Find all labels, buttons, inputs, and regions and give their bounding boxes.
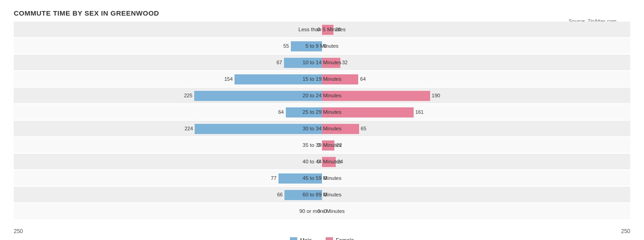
val-female: 0 (324, 175, 327, 181)
bar-male (291, 41, 322, 51)
legend-male-box (290, 237, 297, 240)
val-female: 20 (335, 27, 341, 32)
val-male: 77 (271, 175, 276, 181)
val-female: 190 (432, 93, 440, 98)
axis-left: 250 (14, 228, 23, 234)
val-male: 55 (284, 43, 289, 49)
row-label: 90 or more Minutes (299, 208, 344, 214)
val-female: 64 (360, 76, 366, 82)
chart-row: Less than 5 Minutes020 (14, 22, 630, 38)
bar-female (322, 140, 334, 151)
val-male: 225 (184, 93, 192, 98)
chart-row: 60 to 89 Minutes660 (14, 187, 630, 203)
val-male: 0 (317, 27, 320, 32)
bar-female (322, 91, 430, 101)
chart-row: 10 to 14 Minutes6732 (14, 55, 630, 71)
bar-male (284, 58, 322, 68)
chart-row: 40 to 44 Minutes024 (14, 154, 630, 170)
bar-male (194, 91, 322, 101)
chart-row: 15 to 19 Minutes15464 (14, 71, 630, 88)
legend: Male Female (14, 237, 630, 240)
val-male: 0 (317, 159, 320, 164)
val-male: 224 (185, 126, 193, 131)
val-male: 0 (317, 142, 320, 148)
val-female: 24 (338, 159, 343, 164)
chart-title: COMMUTE TIME BY SEX IN GREENWOOD (14, 9, 630, 17)
axis-row: 250 250 (14, 222, 630, 234)
chart-row: 35 to 39 Minutes022 (14, 137, 630, 154)
val-male: 0 (317, 208, 320, 214)
chart-row: 90 or more Minutes00 (14, 203, 630, 220)
legend-female: Female (326, 237, 354, 240)
val-female: 32 (342, 60, 348, 65)
val-female: 65 (361, 126, 366, 131)
val-male: 67 (277, 60, 282, 65)
chart-area: Less than 5 Minutes0205 to 9 Minutes5501… (14, 22, 630, 240)
axis-right: 250 (621, 228, 630, 234)
val-male: 66 (277, 192, 283, 197)
chart-row: 45 to 59 Minutes770 (14, 170, 630, 187)
chart-row: 5 to 9 Minutes550 (14, 38, 630, 55)
bar-male (284, 190, 322, 200)
bar-male (235, 74, 322, 84)
bar-male (278, 173, 322, 184)
chart-row: 20 to 24 Minutes225190 (14, 88, 630, 104)
bar-female (322, 74, 358, 84)
legend-male: Male (290, 237, 312, 240)
bar-female (322, 107, 414, 117)
val-female: 0 (324, 208, 327, 214)
bar-female (322, 157, 336, 167)
bar-female (322, 124, 359, 134)
bar-male (195, 124, 322, 134)
chart-row: 30 to 34 Minutes22465 (14, 121, 630, 137)
legend-male-label: Male (300, 237, 312, 240)
val-female: 0 (324, 43, 327, 49)
val-male: 154 (224, 76, 233, 82)
bar-male (286, 107, 322, 117)
val-male: 64 (278, 109, 284, 115)
bar-female (322, 25, 333, 35)
legend-female-label: Female (336, 237, 354, 240)
chart-row: 25 to 29 Minutes64161 (14, 104, 630, 121)
val-female: 0 (324, 192, 327, 197)
val-female: 161 (415, 109, 424, 115)
val-female: 22 (336, 142, 342, 148)
bar-female (322, 58, 340, 68)
legend-female-box (326, 237, 333, 240)
